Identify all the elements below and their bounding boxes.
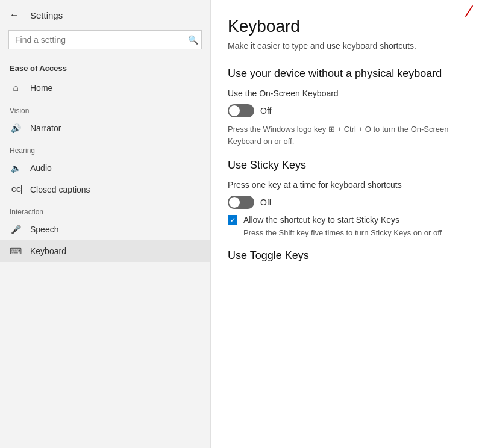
page-subtitle: Make it easier to type and use keyboard … <box>228 41 463 51</box>
keyboard-icon: ⌨ <box>10 246 22 256</box>
ease-of-access-label: Ease of Access <box>0 58 210 76</box>
sidebar-item-narrator[interactable]: 🔊 Narrator <box>0 117 210 139</box>
interaction-label: Interaction <box>0 201 210 219</box>
sidebar-item-closed-captions[interactable]: CC Closed captions <box>0 179 210 201</box>
search-box: 🔍 <box>8 30 202 49</box>
on-screen-keyboard-toggle-knob <box>229 105 240 116</box>
sticky-keys-toggle-knob <box>229 197 240 208</box>
sidebar-item-speech[interactable]: 🎤 Speech <box>0 219 210 240</box>
sticky-keys-toggle[interactable] <box>228 196 254 209</box>
sticky-keys-toggle-label: Off <box>260 198 271 207</box>
sticky-keys-checkbox-hint: Press the Shift key five times to turn S… <box>243 228 463 237</box>
vision-label: Vision <box>0 99 210 117</box>
on-screen-keyboard-toggle-row: Off <box>228 104 463 117</box>
section-heading-on-screen: Use your device without a physical keybo… <box>228 67 463 80</box>
sidebar-item-speech-label: Speech <box>30 225 58 234</box>
sidebar-item-keyboard-label: Keyboard <box>30 246 66 256</box>
sticky-keys-shortcut-checkbox[interactable]: ✓ <box>228 215 237 225</box>
sticky-keys-checkbox-label: Allow the shortcut key to start Sticky K… <box>243 215 399 225</box>
search-icon[interactable]: 🔍 <box>188 35 198 45</box>
main-content: Keyboard Make it easier to type and use … <box>211 0 482 448</box>
home-icon: ⌂ <box>10 82 22 93</box>
sticky-keys-checkbox-row: ✓ Allow the shortcut key to start Sticky… <box>228 215 463 225</box>
sidebar-header: ← Settings <box>0 0 210 28</box>
on-screen-keyboard-hint: Press the Windows logo key ⊞ + Ctrl + O … <box>228 123 463 147</box>
on-screen-keyboard-toggle[interactable] <box>228 104 254 117</box>
sticky-keys-toggle-row: Off <box>228 196 463 209</box>
sidebar-item-closed-captions-label: Closed captions <box>30 185 90 194</box>
narrator-icon: 🔊 <box>10 123 22 133</box>
on-screen-keyboard-label: Use the On-Screen Keyboard <box>228 89 463 98</box>
page-title: Keyboard <box>228 17 463 36</box>
sidebar: ← Settings 🔍 Ease of Access ⌂ Home Visio… <box>0 0 211 448</box>
sidebar-item-home[interactable]: ⌂ Home <box>0 76 210 99</box>
sidebar-item-home-label: Home <box>30 83 52 93</box>
sidebar-item-audio[interactable]: 🔈 Audio <box>0 157 210 179</box>
on-screen-keyboard-toggle-label: Off <box>260 106 271 116</box>
search-input[interactable] <box>8 30 202 49</box>
sidebar-item-keyboard[interactable]: ⌨ Keyboard <box>0 240 210 262</box>
speech-icon: 🎤 <box>10 225 22 234</box>
sticky-keys-label: Press one key at a time for keyboard sho… <box>228 180 463 190</box>
checkbox-checkmark: ✓ <box>230 216 236 224</box>
hearing-label: Hearing <box>0 139 210 157</box>
closed-captions-icon: CC <box>10 185 22 194</box>
pencil-icon <box>464 5 475 18</box>
back-button[interactable]: ← <box>7 8 22 22</box>
section-heading-toggle: Use Toggle Keys <box>228 249 463 262</box>
section-heading-sticky: Use Sticky Keys <box>228 159 463 172</box>
sidebar-item-audio-label: Audio <box>30 163 52 173</box>
svg-line-0 <box>466 6 472 16</box>
audio-icon: 🔈 <box>10 163 22 173</box>
sidebar-item-narrator-label: Narrator <box>30 123 61 133</box>
sidebar-title: Settings <box>30 10 63 20</box>
